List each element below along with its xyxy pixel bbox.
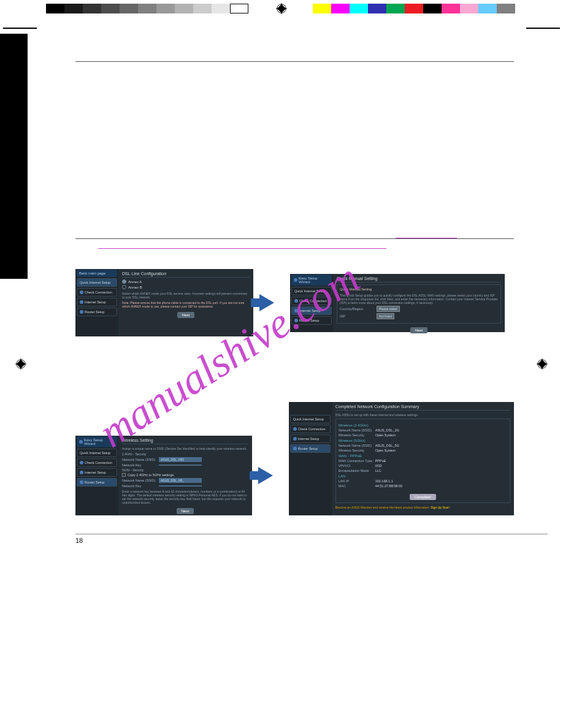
nav-router-setup[interactable]: Router Setup	[77, 308, 117, 316]
copy-label: Copy 2.4GHz to 5GHz settings.	[128, 473, 175, 477]
annex-a-radio[interactable]: Annex A	[122, 279, 250, 284]
wizard-header: Easy Setup Wizard	[77, 436, 117, 447]
next-button[interactable]: Next	[410, 327, 427, 333]
gear-icon	[80, 461, 83, 464]
globe-icon	[293, 437, 297, 441]
panel-title: Wireless Setting	[122, 438, 248, 444]
desc-text: Select which ANNEX mode your DSL service…	[122, 292, 250, 299]
panel-title: Quick Manual Setting	[337, 276, 501, 282]
globe-icon	[80, 471, 83, 474]
step-4-section: Assign the wireless network name (SSID) …	[75, 355, 514, 515]
summary-label: Encapsulation Mode	[339, 469, 375, 472]
router-icon	[80, 480, 83, 484]
summary-label: VPI/VCI	[339, 464, 375, 468]
summary-label: Network Name (SSID)	[339, 444, 375, 447]
step-3-section: 3. If DSL is detected, and DSL-N55U is i…	[75, 251, 514, 336]
footer-desc: Enter a network key between 8 and 63 cha…	[122, 490, 248, 504]
screenshot-summary: Quick Internet Setup Check Connection In…	[289, 402, 514, 515]
screenshot-quick-manual: Easy Setup Wizard Quick Internet Setup C…	[290, 274, 505, 332]
nav-check-connection[interactable]: Check Connection	[77, 458, 117, 467]
notes-box: NOTES: The autodetection of your ISP con…	[75, 61, 514, 239]
notes-title: NOTES:	[82, 68, 514, 75]
summary-value: Open System	[375, 433, 396, 437]
desc-text: Assign a unique name or SSID (Service Se…	[122, 447, 248, 450]
nav-check-connection[interactable]: Check Connection	[290, 425, 331, 433]
router-icon	[294, 319, 298, 322]
color-bar	[313, 4, 515, 13]
nav-check-connection[interactable]: Check Connection	[291, 297, 332, 305]
next-button[interactable]: Next	[177, 312, 194, 318]
wizard-header: Easy Setup Wizard	[291, 275, 332, 286]
summary-label: LAN IP	[339, 479, 375, 483]
section-24ghz: 2.4GHz - Security	[122, 452, 248, 456]
ssid5-input[interactable]: ASUS_DSL_N5_	[159, 478, 202, 483]
summary-label: Wireless Security	[339, 449, 375, 452]
lan-header: LAN	[339, 474, 507, 478]
summary-value: ASUS_DSL_2G	[375, 428, 399, 432]
nav-internet-setup[interactable]: Internet Setup	[77, 298, 117, 306]
step-4-text: Assign the wireless network name (SSID) …	[75, 355, 514, 363]
next-button[interactable]: Next	[177, 508, 194, 514]
copy-checkbox[interactable]	[122, 473, 126, 477]
nav-internet-setup[interactable]: Internet Setup	[290, 434, 331, 443]
nav-check-connection[interactable]: Check Connection	[77, 288, 117, 297]
nav-router-setup[interactable]: Router Setup	[77, 478, 117, 487]
nav-internet-setup[interactable]: Internet Setup	[291, 306, 332, 315]
summary-value: Open System	[375, 449, 396, 452]
country-select[interactable]: Please select	[377, 306, 400, 312]
annex-b-radio[interactable]: Annex B	[122, 285, 250, 289]
key5-input[interactable]	[159, 485, 202, 487]
globe-icon	[80, 300, 83, 304]
nav-qis[interactable]: Quick Internet Setup	[291, 287, 332, 295]
arrow-right-icon	[258, 467, 273, 484]
summary-label: MAC	[339, 484, 375, 488]
note-item: The autodetection of your ISP connection…	[82, 79, 514, 94]
isp-label: ISP	[340, 314, 377, 318]
step-3-text: 3. If DSL is detected, and DSL-N55U is i…	[75, 251, 514, 260]
back-main-button[interactable]: Back main page	[77, 270, 117, 277]
ssid-input[interactable]: ASUS_DSL_N55	[159, 457, 202, 462]
ssid-label: Network Name (SSID)	[122, 458, 159, 461]
screenshot-dsl-config: Back main page Quick Internet Setup Chec…	[75, 269, 253, 336]
nav-qis[interactable]: Quick Internet Setup	[77, 449, 117, 457]
registration-mark-icon	[276, 3, 287, 14]
key5-label: Network Key	[122, 484, 159, 488]
section-5ghz: 5GHz - Security	[122, 468, 248, 472]
page-number: 18	[75, 534, 548, 544]
step-b: b. If QIS failed to detect your Internet…	[82, 133, 514, 140]
note-text: Note: Please ensure that the phone cable…	[122, 301, 250, 308]
summary-value: LLC	[375, 469, 381, 472]
router-icon	[80, 310, 83, 314]
wizard-icon	[79, 440, 83, 444]
nav-router-setup[interactable]: Router Setup	[291, 316, 332, 325]
key-input[interactable]	[159, 464, 202, 466]
summary-value: 44:51:27:88:08:00	[375, 484, 402, 488]
desc-text: This Quick Setup guides you to quickly c…	[340, 294, 498, 305]
country-label: Country/Region	[340, 307, 377, 311]
screenshot-wireless-setting: Easy Setup Wizard Quick Internet Setup C…	[75, 436, 252, 515]
globe-icon	[294, 309, 298, 313]
step-c: c. If DSL is not detected, and DSL-N55U …	[82, 153, 514, 160]
nav-qis[interactable]: Quick Internet Setup	[290, 415, 331, 423]
summary-label: Network Name (SSID)	[339, 428, 375, 432]
asus-member-text: Become an ASUS Member and receive the la…	[335, 506, 510, 509]
summary-label: WAN Connection Type	[339, 459, 375, 463]
nav-internet-setup[interactable]: Internet Setup	[77, 468, 117, 477]
summary-value: ASUS_DSL_5G	[375, 444, 399, 447]
nav-qis[interactable]: Quick Internet Setup	[77, 278, 117, 287]
ssid5-label: Network Name (SSID)	[122, 479, 159, 482]
key-label: Network Key	[122, 463, 159, 467]
gear-icon	[80, 290, 83, 294]
wireless24-header: Wireless (2.4GHz)	[339, 423, 507, 427]
signup-link[interactable]: Sign Up Now!	[431, 506, 450, 509]
note-item: By default, the QIS Wizard is for DSL se…	[82, 94, 514, 108]
gear-icon	[293, 427, 297, 431]
isp-select[interactable]: Not listed	[377, 313, 394, 319]
summary-label: Wireless Security	[339, 433, 375, 437]
nav-router-setup[interactable]: Router Setup	[290, 444, 331, 453]
complete-button[interactable]: Complete!	[410, 494, 436, 500]
panel-title: DSL Line Configuration	[122, 271, 250, 278]
summary-value: PPPoE	[375, 459, 386, 463]
panel-title: Completed Network Configuration Summary	[335, 404, 510, 411]
wireless5-header: Wireless (5GHz)	[339, 439, 507, 442]
